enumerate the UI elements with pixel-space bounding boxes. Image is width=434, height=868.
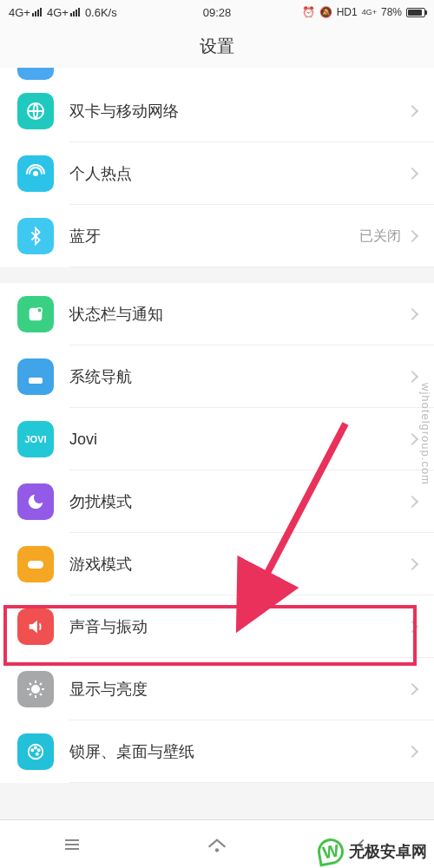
svg-point-1 xyxy=(34,172,37,175)
list-item-sound[interactable]: 声音与振动 xyxy=(0,595,434,658)
nav-menu-button[interactable] xyxy=(59,832,85,858)
signal-bars-icon xyxy=(70,8,80,16)
hd-label: HD1 xyxy=(337,6,358,18)
status-left: 4G+ 4G+ 0.6K/s xyxy=(9,6,203,19)
watermark-url: wjhotelgroup.com xyxy=(419,383,432,485)
speaker-icon xyxy=(17,608,54,645)
item-label: Jovi xyxy=(69,431,408,449)
alarm-icon: ⏰ xyxy=(302,6,315,18)
list-item-sys-nav[interactable]: 系统导航 xyxy=(0,345,434,408)
chevron-right-icon xyxy=(406,433,418,445)
list-item-jovi[interactable]: JOVI Jovi xyxy=(0,408,434,470)
mute-icon: 🔕 xyxy=(319,6,332,18)
chevron-right-icon xyxy=(406,105,418,117)
item-label: 锁屏、桌面与壁纸 xyxy=(69,741,408,762)
chevron-right-icon xyxy=(406,683,418,695)
chevron-right-icon xyxy=(406,371,418,383)
watermark-brand: 无极安卓网 xyxy=(349,841,427,862)
list-item-dual-sim[interactable]: 双卡与移动网络 xyxy=(0,80,434,142)
list-item-status-notif[interactable]: 状态栏与通知 xyxy=(0,283,434,345)
nav-home-button[interactable] xyxy=(204,832,230,858)
svg-point-16 xyxy=(216,849,218,851)
navigation-icon xyxy=(17,358,54,395)
signal-2: 4G+ xyxy=(47,6,80,19)
item-label: 个人热点 xyxy=(69,163,408,184)
svg-point-6 xyxy=(35,379,36,381)
battery-pct: 78% xyxy=(381,6,402,18)
chevron-right-icon xyxy=(406,496,418,508)
svg-point-14 xyxy=(36,753,38,755)
notification-icon xyxy=(17,296,54,332)
svg-point-11 xyxy=(31,749,33,751)
battery-icon xyxy=(406,8,425,17)
hotspot-icon xyxy=(17,155,54,192)
list-item-game-mode[interactable]: 游戏模式 xyxy=(0,533,434,595)
chevron-right-icon xyxy=(406,746,418,758)
item-label: 双卡与移动网络 xyxy=(69,101,408,122)
list-item-wlan-partial[interactable] xyxy=(0,68,434,80)
svg-rect-8 xyxy=(28,561,43,569)
svg-point-9 xyxy=(32,686,39,693)
chevron-right-icon xyxy=(406,621,418,633)
item-label: 系统导航 xyxy=(69,366,408,387)
chevron-right-icon xyxy=(406,308,418,320)
section-divider xyxy=(0,783,434,818)
svg-point-5 xyxy=(31,379,33,381)
item-label: 蓝牙 xyxy=(69,226,359,247)
chevron-right-icon xyxy=(406,168,418,180)
wlan-icon xyxy=(17,68,54,80)
bluetooth-icon xyxy=(17,218,54,254)
svg-point-12 xyxy=(35,746,36,748)
status-time: 09:28 xyxy=(203,6,232,19)
page-title: 设置 xyxy=(0,24,434,68)
palette-icon xyxy=(17,733,54,770)
item-label: 勿扰模式 xyxy=(69,491,408,512)
brightness-icon xyxy=(17,671,54,707)
chevron-right-icon xyxy=(406,558,418,570)
section-divider xyxy=(0,267,434,283)
item-label: 显示与亮度 xyxy=(69,679,408,700)
status-bar: 4G+ 4G+ 0.6K/s 09:28 ⏰ 🔕 HD1 4G+ 78% xyxy=(0,0,434,24)
list-item-bluetooth[interactable]: 蓝牙 已关闭 xyxy=(0,205,434,267)
gamepad-icon xyxy=(17,546,54,582)
chevron-right-icon xyxy=(406,230,418,242)
svg-point-3 xyxy=(37,308,43,313)
item-value: 已关闭 xyxy=(359,227,401,246)
list-item-hotspot[interactable]: 个人热点 xyxy=(0,142,434,205)
list-item-lock-wallpaper[interactable]: 锁屏、桌面与壁纸 xyxy=(0,720,434,783)
signal-bars-icon xyxy=(32,8,42,16)
globe-icon xyxy=(17,93,54,129)
item-label: 游戏模式 xyxy=(69,554,408,575)
list-item-display[interactable]: 显示与亮度 xyxy=(0,658,434,720)
status-right: ⏰ 🔕 HD1 4G+ 78% xyxy=(231,6,425,18)
item-label: 状态栏与通知 xyxy=(69,304,408,325)
signal-1: 4G+ xyxy=(9,6,42,19)
net-speed: 0.6K/s xyxy=(85,6,117,19)
watermark-logo: W 无极安卓网 xyxy=(318,838,427,865)
moon-icon xyxy=(17,483,54,520)
svg-point-13 xyxy=(38,749,40,751)
net3-label: 4G+ xyxy=(362,8,377,16)
svg-point-7 xyxy=(38,379,40,381)
jovi-icon: JOVI xyxy=(17,421,54,457)
watermark-w-icon: W xyxy=(316,837,346,867)
settings-list: 双卡与移动网络 个人热点 蓝牙 已关闭 xyxy=(0,68,434,267)
item-label: 声音与振动 xyxy=(69,616,408,637)
settings-list-2: 状态栏与通知 系统导航 JOVI Jovi 勿扰模式 游戏模式 声音与振动 xyxy=(0,283,434,783)
list-item-dnd[interactable]: 勿扰模式 xyxy=(0,470,434,533)
